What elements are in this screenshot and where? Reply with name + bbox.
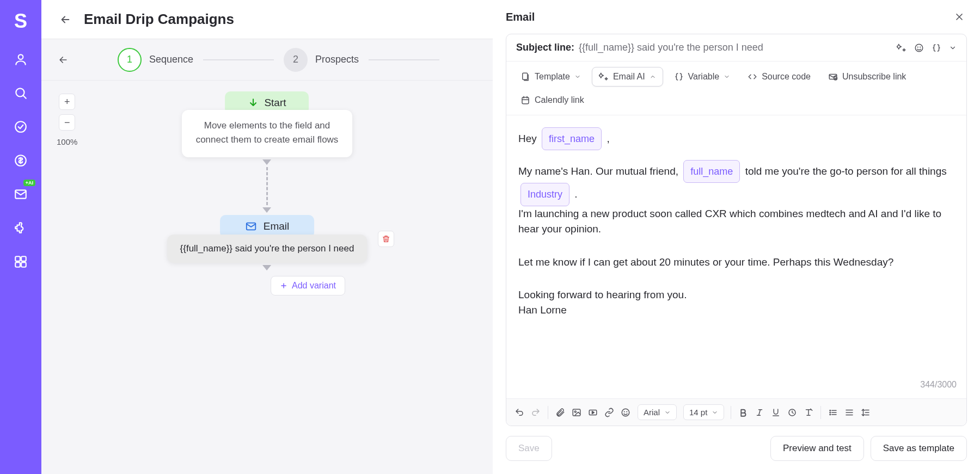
align-button[interactable]: [844, 407, 855, 418]
zoom-level: 100%: [57, 137, 77, 146]
clear-format-button[interactable]: [803, 407, 814, 418]
email-ai-button[interactable]: Email AI: [592, 67, 663, 87]
connector: [263, 159, 272, 213]
save-button[interactable]: Save: [506, 436, 552, 461]
svg-point-21: [624, 411, 624, 412]
font-select[interactable]: Arial: [638, 404, 677, 420]
email-node-subject: {{full_name}} said you're the person I n…: [180, 243, 354, 254]
svg-point-20: [622, 409, 629, 416]
nav-campaigns-icon[interactable]: +AI: [14, 187, 28, 201]
template-button[interactable]: Template: [514, 67, 587, 87]
save-template-button[interactable]: Save as template: [871, 436, 967, 461]
underline-button[interactable]: [770, 407, 781, 418]
body-period: .: [574, 188, 577, 200]
emoji-icon[interactable]: [914, 43, 924, 53]
delete-node-button[interactable]: [378, 231, 394, 247]
zoom-out-button[interactable]: −: [59, 114, 75, 131]
email-editor-panel: Email Subject line: Template: [493, 0, 980, 474]
size-select[interactable]: 14 pt: [683, 404, 724, 420]
zoom-in-button[interactable]: +: [59, 94, 75, 110]
body-sig: Han Lorne: [518, 303, 954, 318]
start-node-label: Start: [264, 97, 286, 109]
svg-rect-5: [15, 256, 20, 261]
source-code-button[interactable]: Source code: [741, 67, 817, 87]
preview-button[interactable]: Preview and test: [770, 436, 864, 461]
svg-point-25: [830, 412, 831, 413]
svg-point-26: [830, 414, 831, 415]
bullet-list-button[interactable]: [828, 407, 838, 418]
email-node-wrap: Email {{full_name}} said you're the pers…: [167, 215, 367, 263]
svg-point-22: [627, 411, 627, 412]
step-sequence[interactable]: 1 Sequence: [118, 48, 193, 72]
chevron-down-icon[interactable]: [949, 44, 957, 52]
unsubscribe-button[interactable]: Unsubscribe link: [822, 67, 912, 87]
stepper-back-button[interactable]: [57, 53, 70, 66]
add-variant-button[interactable]: Add variant: [271, 276, 345, 296]
start-hint-line1: Move elements to the field and: [196, 119, 339, 133]
attach-button[interactable]: [555, 407, 566, 418]
body-p2b: told me you're the go-to person for all …: [745, 165, 947, 177]
nav-integrations-icon[interactable]: [14, 221, 28, 235]
calendly-label: Calendly link: [535, 95, 584, 105]
body-p4: Let me know if I can get about 20 minute…: [518, 253, 954, 272]
video-button[interactable]: [587, 407, 598, 418]
body-p2a: My name's Han. Our mutual friend,: [518, 165, 678, 177]
step-1-label: Sequence: [149, 54, 193, 65]
email-ai-label: Email AI: [613, 72, 645, 82]
nav-apps-icon[interactable]: [14, 255, 28, 269]
step-prospects[interactable]: 2 Prospects: [284, 48, 359, 72]
add-variant-label: Add variant: [292, 281, 336, 291]
panel-header: Email: [493, 0, 980, 34]
page-title: Email Drip Campaigns: [84, 11, 234, 28]
email-node-label: Email: [264, 220, 290, 232]
variable-button[interactable]: Variable: [667, 67, 737, 87]
step-1-number: 1: [118, 48, 142, 72]
start-hint-line2: connect them to create email flows: [196, 133, 339, 147]
editor-toolbar: Template Email AI Variable Source code: [506, 61, 966, 115]
var-full-name[interactable]: full_name: [683, 160, 740, 183]
svg-point-10: [915, 44, 923, 52]
svg-point-2: [15, 121, 26, 132]
body-comma: ,: [607, 133, 609, 144]
format-bar: Arial 14 pt: [506, 398, 966, 426]
redo-button[interactable]: [530, 407, 541, 418]
font-value: Arial: [644, 408, 660, 417]
image-button[interactable]: [571, 407, 582, 418]
nav-contacts-icon[interactable]: [14, 52, 28, 66]
var-first-name[interactable]: first_name: [542, 127, 602, 150]
color-button[interactable]: [787, 407, 798, 418]
svg-rect-6: [21, 256, 26, 261]
main-column: Email Drip Campaigns 1 Sequence 2 Prospe…: [41, 0, 493, 474]
zoom-controls: + − 100%: [57, 94, 77, 146]
flow-graph: Start Move elements to the field and con…: [167, 91, 367, 296]
email-body-editor[interactable]: Hey first_name , My name's Han. Our mutu…: [506, 115, 966, 398]
bold-button[interactable]: [738, 407, 749, 418]
close-panel-button[interactable]: [952, 9, 967, 24]
email-node-card[interactable]: {{full_name}} said you're the person I n…: [167, 235, 367, 263]
topbar: Email Drip Campaigns: [41, 0, 493, 39]
link-button[interactable]: [604, 407, 615, 418]
unsubscribe-label: Unsubscribe link: [842, 72, 906, 82]
nav-verify-icon[interactable]: [14, 120, 28, 134]
nav-billing-icon[interactable]: [14, 153, 28, 168]
template-label: Template: [535, 72, 570, 82]
svg-rect-13: [523, 73, 528, 79]
calendly-button[interactable]: Calendly link: [514, 91, 591, 109]
undo-button[interactable]: [514, 407, 525, 418]
ai-suggest-icon[interactable]: [897, 43, 906, 53]
subject-row: Subject line:: [506, 34, 966, 61]
line-height-button[interactable]: [860, 407, 871, 418]
stepper-row: 1 Sequence 2 Prospects: [41, 39, 493, 81]
svg-point-0: [19, 54, 23, 59]
variable-icon[interactable]: [932, 43, 941, 53]
svg-point-11: [917, 47, 918, 47]
nav-search-icon[interactable]: [14, 86, 28, 100]
italic-button[interactable]: [754, 407, 765, 418]
app-sidebar: S +AI: [0, 0, 41, 474]
subject-input[interactable]: [579, 42, 892, 53]
back-button[interactable]: [57, 11, 74, 28]
var-industry[interactable]: Industry: [520, 183, 569, 206]
flow-canvas[interactable]: + − 100% Start Move elements to the fiel…: [41, 81, 493, 474]
body-p5: Looking forward to hearing from you.: [518, 287, 954, 303]
emoji-button[interactable]: [620, 407, 631, 418]
